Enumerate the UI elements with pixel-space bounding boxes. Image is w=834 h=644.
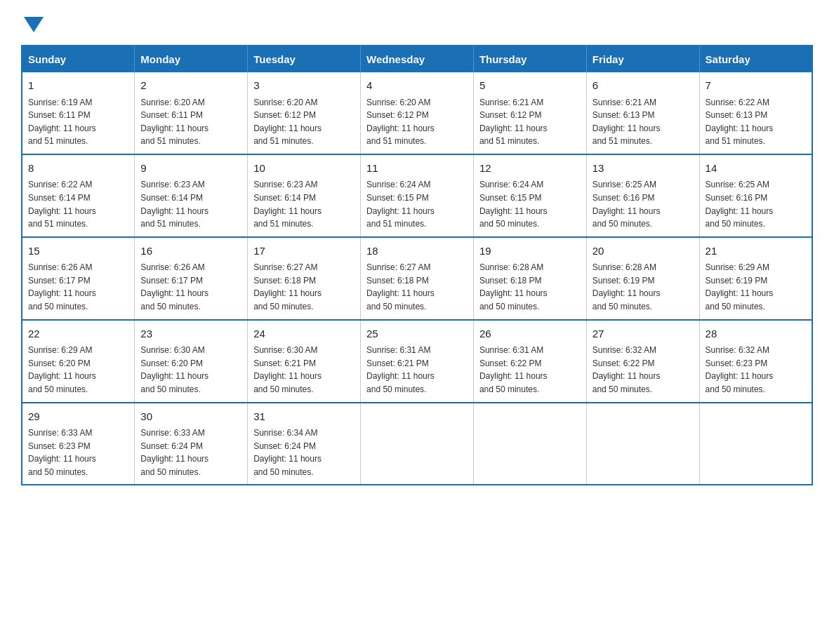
day-info: Sunrise: 6:19 AMSunset: 6:11 PMDaylight:… xyxy=(28,98,96,147)
day-info: Sunrise: 6:24 AMSunset: 6:15 PMDaylight:… xyxy=(479,180,548,229)
day-info: Sunrise: 6:30 AMSunset: 6:20 PMDaylight:… xyxy=(140,345,208,394)
day-number: 4 xyxy=(366,78,468,94)
day-info: Sunrise: 6:21 AMSunset: 6:12 PMDaylight:… xyxy=(479,98,548,147)
day-number: 8 xyxy=(28,161,128,177)
day-number: 28 xyxy=(706,326,806,342)
day-number: 26 xyxy=(479,326,581,342)
day-info: Sunrise: 6:22 AMSunset: 6:13 PMDaylight:… xyxy=(706,98,774,147)
calendar-cell xyxy=(586,403,699,485)
day-number: 29 xyxy=(28,409,128,425)
calendar-cell: 26 Sunrise: 6:31 AMSunset: 6:22 PMDaylig… xyxy=(473,320,586,403)
calendar-cell: 17 Sunrise: 6:27 AMSunset: 6:18 PMDaylig… xyxy=(248,237,361,320)
week-row-1: 1 Sunrise: 6:19 AMSunset: 6:11 PMDayligh… xyxy=(22,72,812,154)
day-number: 16 xyxy=(140,243,241,260)
page-header xyxy=(21,14,813,31)
day-info: Sunrise: 6:23 AMSunset: 6:14 PMDaylight:… xyxy=(253,180,322,229)
calendar-cell: 20 Sunrise: 6:28 AMSunset: 6:19 PMDaylig… xyxy=(586,237,699,320)
day-info: Sunrise: 6:20 AMSunset: 6:12 PMDaylight:… xyxy=(253,98,322,147)
week-row-2: 8 Sunrise: 6:22 AMSunset: 6:14 PMDayligh… xyxy=(22,154,812,237)
calendar-cell: 10 Sunrise: 6:23 AMSunset: 6:14 PMDaylig… xyxy=(248,154,361,237)
calendar-header-row: SundayMondayTuesdayWednesdayThursdayFrid… xyxy=(22,46,812,72)
day-number: 10 xyxy=(253,161,355,177)
day-info: Sunrise: 6:34 AMSunset: 6:24 PMDaylight:… xyxy=(253,428,322,477)
calendar-cell: 31 Sunrise: 6:34 AMSunset: 6:24 PMDaylig… xyxy=(248,403,361,485)
day-info: Sunrise: 6:29 AMSunset: 6:20 PMDaylight:… xyxy=(28,345,96,394)
column-header-tuesday: Tuesday xyxy=(248,46,361,72)
day-info: Sunrise: 6:31 AMSunset: 6:22 PMDaylight:… xyxy=(479,345,548,394)
day-info: Sunrise: 6:20 AMSunset: 6:11 PMDaylight:… xyxy=(140,98,208,147)
calendar-cell: 16 Sunrise: 6:26 AMSunset: 6:17 PMDaylig… xyxy=(135,237,248,320)
calendar-cell: 21 Sunrise: 6:29 AMSunset: 6:19 PMDaylig… xyxy=(699,237,812,320)
day-info: Sunrise: 6:26 AMSunset: 6:17 PMDaylight:… xyxy=(28,262,96,311)
day-info: Sunrise: 6:33 AMSunset: 6:23 PMDaylight:… xyxy=(28,428,96,477)
calendar-cell: 23 Sunrise: 6:30 AMSunset: 6:20 PMDaylig… xyxy=(135,320,248,403)
day-number: 7 xyxy=(706,78,806,94)
column-header-wednesday: Wednesday xyxy=(361,46,474,72)
day-number: 27 xyxy=(593,326,694,342)
calendar-cell: 24 Sunrise: 6:30 AMSunset: 6:21 PMDaylig… xyxy=(248,320,361,403)
day-number: 5 xyxy=(479,78,581,94)
day-number: 31 xyxy=(253,409,355,425)
day-number: 23 xyxy=(140,326,241,342)
week-row-4: 22 Sunrise: 6:29 AMSunset: 6:20 PMDaylig… xyxy=(22,320,812,403)
day-info: Sunrise: 6:23 AMSunset: 6:14 PMDaylight:… xyxy=(140,180,208,229)
day-number: 13 xyxy=(593,161,694,177)
day-info: Sunrise: 6:24 AMSunset: 6:15 PMDaylight:… xyxy=(366,180,435,229)
day-info: Sunrise: 6:28 AMSunset: 6:19 PMDaylight:… xyxy=(593,262,661,311)
day-info: Sunrise: 6:26 AMSunset: 6:17 PMDaylight:… xyxy=(140,262,208,311)
day-info: Sunrise: 6:32 AMSunset: 6:23 PMDaylight:… xyxy=(706,345,774,394)
calendar-cell: 22 Sunrise: 6:29 AMSunset: 6:20 PMDaylig… xyxy=(22,320,135,403)
logo-triangle-icon xyxy=(24,17,44,32)
calendar-cell: 9 Sunrise: 6:23 AMSunset: 6:14 PMDayligh… xyxy=(135,154,248,237)
calendar-cell: 29 Sunrise: 6:33 AMSunset: 6:23 PMDaylig… xyxy=(22,403,135,485)
day-number: 19 xyxy=(479,243,581,260)
calendar-cell: 30 Sunrise: 6:33 AMSunset: 6:24 PMDaylig… xyxy=(135,403,248,485)
day-number: 2 xyxy=(140,78,241,94)
calendar-cell xyxy=(361,403,474,485)
day-info: Sunrise: 6:25 AMSunset: 6:16 PMDaylight:… xyxy=(706,180,774,229)
calendar-cell: 13 Sunrise: 6:25 AMSunset: 6:16 PMDaylig… xyxy=(586,154,699,237)
day-number: 1 xyxy=(28,78,128,94)
day-info: Sunrise: 6:20 AMSunset: 6:12 PMDaylight:… xyxy=(366,98,435,147)
calendar-cell xyxy=(473,403,586,485)
day-number: 12 xyxy=(479,161,581,177)
day-number: 6 xyxy=(593,78,694,94)
column-header-monday: Monday xyxy=(135,46,248,72)
day-number: 15 xyxy=(28,243,128,260)
day-number: 14 xyxy=(706,161,806,177)
day-number: 18 xyxy=(366,243,468,260)
day-number: 25 xyxy=(366,326,468,342)
calendar-cell: 7 Sunrise: 6:22 AMSunset: 6:13 PMDayligh… xyxy=(699,72,812,154)
calendar-cell: 5 Sunrise: 6:21 AMSunset: 6:12 PMDayligh… xyxy=(473,72,586,154)
week-row-3: 15 Sunrise: 6:26 AMSunset: 6:17 PMDaylig… xyxy=(22,237,812,320)
day-info: Sunrise: 6:21 AMSunset: 6:13 PMDaylight:… xyxy=(593,98,661,147)
calendar-cell: 25 Sunrise: 6:31 AMSunset: 6:21 PMDaylig… xyxy=(361,320,474,403)
day-info: Sunrise: 6:33 AMSunset: 6:24 PMDaylight:… xyxy=(140,428,208,477)
day-info: Sunrise: 6:28 AMSunset: 6:18 PMDaylight:… xyxy=(479,262,548,311)
column-header-friday: Friday xyxy=(586,46,699,72)
calendar-cell: 3 Sunrise: 6:20 AMSunset: 6:12 PMDayligh… xyxy=(248,72,361,154)
day-info: Sunrise: 6:30 AMSunset: 6:21 PMDaylight:… xyxy=(253,345,322,394)
calendar-table: SundayMondayTuesdayWednesdayThursdayFrid… xyxy=(21,45,813,485)
day-number: 30 xyxy=(140,409,241,425)
week-row-5: 29 Sunrise: 6:33 AMSunset: 6:23 PMDaylig… xyxy=(22,403,812,485)
day-info: Sunrise: 6:22 AMSunset: 6:14 PMDaylight:… xyxy=(28,180,96,229)
calendar-cell: 12 Sunrise: 6:24 AMSunset: 6:15 PMDaylig… xyxy=(473,154,586,237)
column-header-thursday: Thursday xyxy=(473,46,586,72)
day-info: Sunrise: 6:31 AMSunset: 6:21 PMDaylight:… xyxy=(366,345,435,394)
column-header-saturday: Saturday xyxy=(699,46,812,72)
calendar-cell: 18 Sunrise: 6:27 AMSunset: 6:18 PMDaylig… xyxy=(361,237,474,320)
calendar-cell: 8 Sunrise: 6:22 AMSunset: 6:14 PMDayligh… xyxy=(22,154,135,237)
day-number: 3 xyxy=(253,78,355,94)
day-info: Sunrise: 6:27 AMSunset: 6:18 PMDaylight:… xyxy=(366,262,435,311)
column-header-sunday: Sunday xyxy=(22,46,135,72)
day-number: 24 xyxy=(253,326,355,342)
calendar-cell: 1 Sunrise: 6:19 AMSunset: 6:11 PMDayligh… xyxy=(22,72,135,154)
logo xyxy=(21,14,44,31)
day-number: 11 xyxy=(366,161,468,177)
day-number: 9 xyxy=(140,161,241,177)
day-number: 22 xyxy=(28,326,128,342)
calendar-cell: 4 Sunrise: 6:20 AMSunset: 6:12 PMDayligh… xyxy=(361,72,474,154)
day-info: Sunrise: 6:25 AMSunset: 6:16 PMDaylight:… xyxy=(593,180,661,229)
day-number: 21 xyxy=(706,243,806,260)
